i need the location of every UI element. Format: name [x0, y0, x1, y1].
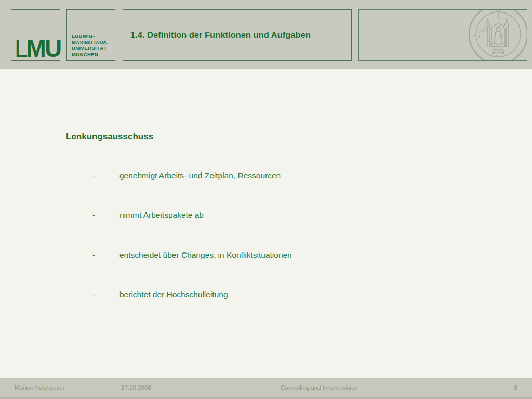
section-heading: Lenkungsausschuss: [66, 131, 153, 142]
university-name-box: LUDWIG- MAXIMILIANS- UNIVERSITÄT MÜNCHEN: [66, 9, 115, 61]
footer-band: Marion Holzhauser 27.10.2008 Controlling…: [0, 378, 532, 399]
footer-author: Marion Holzhauser: [15, 384, 65, 391]
university-name: LUDWIG- MAXIMILIANS- UNIVERSITÄT MÜNCHEN: [72, 33, 109, 57]
bullet-dash: -: [92, 210, 119, 220]
university-name-line: LUDWIG-: [72, 33, 109, 39]
lmu-logo-letter-l: L: [15, 35, 26, 62]
bullet-item: -genehmigt Arbeits- und Zeitplan, Ressou…: [92, 170, 281, 180]
bullet-item: -entscheidet über Changes, in Konfliktsi…: [92, 250, 292, 260]
footer-page-number: 8: [514, 384, 517, 391]
bullet-item: -berichtet der Hochschulleitung: [92, 289, 228, 299]
bullet-text: genehmigt Arbeits- und Zeitplan, Ressour…: [119, 171, 281, 180]
presentation-slide: LMU LUDWIG- MAXIMILIANS- UNIVERSITÄT MÜN…: [0, 0, 532, 399]
footer-department: Controlling und Innenrevision: [281, 384, 358, 391]
header-band: LMU LUDWIG- MAXIMILIANS- UNIVERSITÄT MÜN…: [0, 0, 532, 69]
lmu-logo-letters-mu: MU: [26, 35, 61, 62]
bullet-dash: -: [92, 170, 119, 180]
seal-gothic-motif: [486, 9, 509, 54]
bullet-text: nimmt Arbeitspakete ab: [119, 210, 204, 219]
university-name-line: MÜNCHEN: [72, 51, 109, 58]
seal-box: SIGILL · UNIVERS: [358, 9, 527, 61]
bullet-text: entscheidet über Changes, in Konfliktsit…: [119, 250, 292, 259]
footer-date: 27.10.2008: [121, 384, 151, 391]
bullet-dash: -: [92, 250, 119, 260]
university-name-line: UNIVERSITÄT: [72, 45, 109, 51]
slide-title-box: 1.4. Definition der Funktionen und Aufga…: [123, 9, 352, 61]
slide-title: 1.4. Definition der Funktionen und Aufga…: [130, 30, 311, 40]
bullet-item: -nimmt Arbeitspakete ab: [92, 210, 204, 220]
lmu-logo: LMU: [15, 39, 60, 59]
bullet-text: berichtet der Hochschulleitung: [119, 290, 228, 299]
lmu-logo-box: LMU: [11, 9, 60, 61]
university-name-line: MAXIMILIANS-: [72, 39, 109, 46]
bullet-dash: -: [92, 289, 119, 299]
university-seal-icon: SIGILL · UNIVERS: [467, 9, 527, 61]
